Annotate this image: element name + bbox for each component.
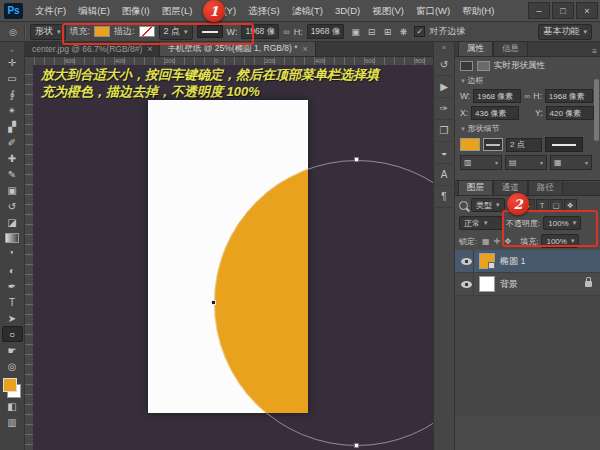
path-anchor-left[interactable] xyxy=(211,300,216,305)
close-tab-icon[interactable]: × xyxy=(303,44,308,54)
orange-ellipse-shape[interactable] xyxy=(214,160,308,413)
tab-properties[interactable]: 属性 xyxy=(458,41,493,56)
blur-tool[interactable]: ❜ xyxy=(2,246,23,262)
crop-tool[interactable]: ▞ xyxy=(2,118,23,134)
menu-item[interactable]: 图层(L) xyxy=(156,0,199,22)
clone-stamp-tool[interactable]: ▣ xyxy=(2,182,23,198)
marquee-tool[interactable]: ▭ xyxy=(2,70,23,86)
path-align-icon[interactable]: ⊟ xyxy=(364,25,378,39)
pen-tool[interactable]: ✒ xyxy=(2,278,23,294)
shape-details-section-label[interactable]: 形状细节 xyxy=(460,123,595,134)
path-arrange-icon[interactable]: ⊞ xyxy=(380,25,394,39)
menu-item[interactable]: 选择(S) xyxy=(242,0,286,22)
eye-icon[interactable] xyxy=(461,258,472,265)
prop-stroke-width-field[interactable]: 2 点 xyxy=(506,138,542,152)
layer-filter-icon[interactable]: T xyxy=(536,199,549,212)
eraser-tool[interactable]: ◪ xyxy=(2,214,23,230)
stroke-option-select[interactable]: ▤ xyxy=(505,155,547,170)
tool-mode-select[interactable]: 形状 xyxy=(30,24,66,40)
shape-settings-gear-icon[interactable]: ❋ xyxy=(396,25,410,39)
expand-panels-icon[interactable]: « xyxy=(442,44,446,54)
history-panel-icon[interactable]: ↺ xyxy=(435,54,453,76)
layer-filter-icon[interactable]: ❖ xyxy=(564,199,577,212)
path-operations-icon[interactable]: ▣ xyxy=(348,25,362,39)
eyedropper-tool[interactable]: ✐ xyxy=(2,134,23,150)
menu-item[interactable]: 视图(V) xyxy=(366,0,410,22)
prop-width-field[interactable]: 1968 像素 xyxy=(473,89,521,103)
move-tool[interactable]: ✛ xyxy=(2,54,23,70)
fill-opacity-field[interactable]: 100% xyxy=(541,234,579,248)
quick-selection-tool[interactable]: ✴ xyxy=(2,102,23,118)
screen-mode-icon[interactable]: ▥ xyxy=(2,414,23,430)
lock-option-icon[interactable]: ✛ xyxy=(491,236,502,247)
tab-paths[interactable]: 路径 xyxy=(528,180,563,195)
brush-presets-panel-icon[interactable]: ✑ xyxy=(435,98,453,120)
dodge-tool[interactable]: ◐ xyxy=(2,262,23,278)
stroke-type-select[interactable] xyxy=(197,25,223,38)
path-selection-tool[interactable]: ➤ xyxy=(2,310,23,326)
canvas-pasteboard[interactable]: 放大到合适大小，按回车键确定，然后在顶部菜单栏选择填 充为橙色，描边去掉，不透明… xyxy=(33,65,433,450)
document-canvas[interactable] xyxy=(148,100,308,413)
prop-stroke-type-select[interactable] xyxy=(545,137,583,152)
healing-brush-tool[interactable]: ✚ xyxy=(2,150,23,166)
eye-icon[interactable] xyxy=(461,281,472,288)
layer-thumbnail[interactable] xyxy=(479,253,495,269)
clone-source-panel-icon[interactable]: ❐ xyxy=(435,120,453,142)
stroke-width-select[interactable]: 2 点 xyxy=(159,24,193,40)
path-anchor-bottom[interactable] xyxy=(354,443,359,448)
document-tab-center[interactable]: center.jpg @ 66.7%(RGB/8#) × xyxy=(25,42,160,56)
tab-info[interactable]: 信息 xyxy=(493,41,528,56)
layer-thumbnail[interactable] xyxy=(479,276,495,292)
prop-fill-swatch[interactable] xyxy=(460,138,480,151)
close-button[interactable]: × xyxy=(576,2,598,19)
minimize-button[interactable]: – xyxy=(528,2,550,19)
shape-height-field[interactable]: 1968 像 xyxy=(307,24,345,39)
maximize-button[interactable]: □ xyxy=(552,2,574,19)
visibility-cell[interactable] xyxy=(459,250,474,272)
properties-scrollbar[interactable] xyxy=(594,79,599,141)
stroke-option-select[interactable]: ▥ xyxy=(460,155,502,170)
stroke-color-swatch[interactable] xyxy=(139,26,155,37)
opacity-field[interactable]: 100% xyxy=(543,216,581,230)
brush-tool[interactable]: ✎ xyxy=(2,166,23,182)
close-tab-icon[interactable]: × xyxy=(147,44,152,54)
tool-preset-ellipse-icon[interactable]: ◎ xyxy=(6,25,20,39)
link-dimensions-icon[interactable]: ∞ xyxy=(283,27,289,37)
foreground-color-swatch[interactable] xyxy=(3,378,17,392)
gradient-tool[interactable] xyxy=(2,230,23,246)
visibility-cell[interactable] xyxy=(459,273,474,295)
quick-mask-mode-icon[interactable]: ◧ xyxy=(2,398,23,414)
layer-row-ellipse[interactable]: 椭圆 1 xyxy=(455,250,600,273)
layer-name[interactable]: 背景 xyxy=(500,278,518,291)
prop-x-field[interactable]: 436 像素 xyxy=(471,106,519,120)
transform-section-label[interactable]: 边框 xyxy=(460,75,595,86)
type-tool[interactable]: T xyxy=(2,294,23,310)
menu-item[interactable]: 3D(D) xyxy=(329,0,366,22)
menu-item[interactable]: 图像(I) xyxy=(116,0,156,22)
prop-link-icon[interactable]: ∞ xyxy=(524,91,530,101)
layer-filter-icon[interactable]: ▢ xyxy=(550,199,563,212)
character-panel-icon[interactable]: A xyxy=(435,164,453,186)
adjustments-panel-icon[interactable]: ◒ xyxy=(435,142,453,164)
menu-item[interactable]: 帮助(H) xyxy=(456,0,500,22)
lock-option-icon[interactable]: ▦ xyxy=(480,236,491,247)
zoom-tool[interactable]: ◎ xyxy=(2,358,23,374)
hand-tool[interactable]: ☛ xyxy=(2,342,23,358)
history-brush-tool[interactable]: ↺ xyxy=(2,198,23,214)
fill-color-swatch[interactable] xyxy=(94,26,110,37)
prop-y-field[interactable]: 420 像素 xyxy=(546,106,594,120)
lock-option-icon[interactable]: ✥ xyxy=(502,236,513,247)
layer-name[interactable]: 椭圆 1 xyxy=(500,255,526,268)
lasso-tool[interactable]: ∮ xyxy=(2,86,23,102)
align-edges-checkbox[interactable] xyxy=(414,26,425,37)
toolbar-collapse-icon[interactable]: » xyxy=(10,46,13,54)
actions-panel-icon[interactable]: ▶ xyxy=(435,76,453,98)
tab-layers[interactable]: 图层 xyxy=(458,180,493,195)
menu-item[interactable]: 窗口(W) xyxy=(410,0,456,22)
filter-type-select[interactable]: 类型 xyxy=(471,198,505,212)
workspace-select[interactable]: 基本功能 xyxy=(538,24,592,40)
menu-item[interactable]: 编辑(E) xyxy=(72,0,116,22)
ellipse-tool[interactable]: ○ xyxy=(2,326,23,342)
prop-height-field[interactable]: 1968 像素 xyxy=(545,89,593,103)
blend-mode-select[interactable]: 正常 xyxy=(459,216,503,230)
